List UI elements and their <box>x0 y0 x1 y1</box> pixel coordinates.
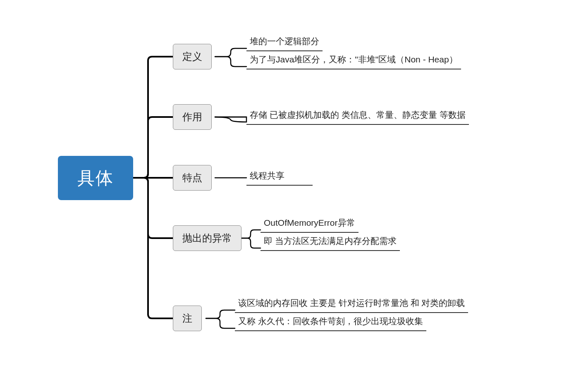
root-node: 具体 <box>58 156 133 200</box>
branch-label: 定义 <box>182 50 202 63</box>
leaf-text: 为了与Java堆区分，又称："非堆"区域（Non - Heap） <box>246 51 461 69</box>
leaf-text: 线程共享 <box>246 167 313 186</box>
leaf-text: 即 当方法区无法满足内存分配需求 <box>261 233 400 251</box>
root-label: 具体 <box>77 167 114 190</box>
branch-label: 抛出的异常 <box>182 232 232 245</box>
leaf-text: 该区域的内存回收 主要是 针对运行时常量池 和 对类的卸载 <box>235 295 468 313</box>
branch-node-function: 作用 <box>173 104 212 130</box>
leaf-text: 存储 已被虚拟机加载的 类信息、常量、静态变量 等数据 <box>246 107 469 125</box>
branch-node-exception: 抛出的异常 <box>173 225 241 251</box>
branch-node-feature: 特点 <box>173 165 212 191</box>
leaf-text: 堆的一个逻辑部分 <box>246 33 323 51</box>
branch-node-definition: 定义 <box>173 44 212 69</box>
branch-label: 特点 <box>182 171 202 184</box>
leaf-text: OutOfMemoryError异常 <box>261 215 359 233</box>
branch-label: 作用 <box>182 110 202 124</box>
branch-label: 注 <box>182 312 192 325</box>
leaf-text: 又称 永久代：回收条件苛刻，很少出现垃圾收集 <box>235 313 426 331</box>
branch-node-note: 注 <box>173 306 202 331</box>
